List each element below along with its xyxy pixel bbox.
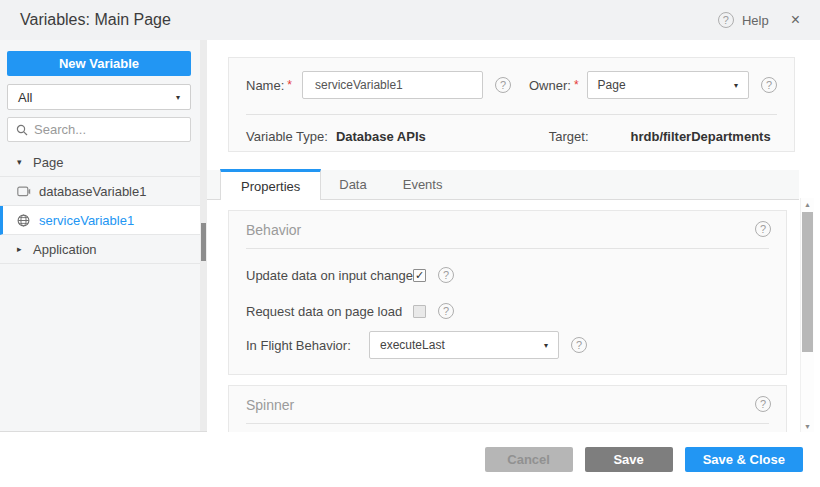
variable-filter-select[interactable]: All ▾ bbox=[7, 84, 191, 110]
scroll-down-icon[interactable]: ▼ bbox=[801, 420, 814, 432]
tree-node-label: databaseVariable1 bbox=[39, 184, 146, 199]
type-target-row: Variable Type: Database APIs Target: hrd… bbox=[246, 124, 777, 148]
owner-label: Owner: bbox=[529, 78, 571, 93]
behavior-section-title: Behavior bbox=[246, 222, 301, 238]
name-input[interactable] bbox=[302, 71, 483, 99]
name-help-icon[interactable]: ? bbox=[495, 77, 511, 93]
divider bbox=[246, 114, 777, 115]
expand-triangle-icon[interactable]: ▾ bbox=[17, 157, 33, 167]
tree-node-label: Page bbox=[33, 155, 63, 170]
spinner-section: Spinner ? bbox=[228, 385, 787, 432]
help-icon[interactable]: ? bbox=[718, 12, 734, 28]
new-variable-button[interactable]: New Variable bbox=[7, 51, 191, 76]
spinner-section-title: Spinner bbox=[246, 397, 294, 413]
divider bbox=[246, 423, 769, 424]
divider bbox=[246, 248, 769, 249]
variable-search[interactable] bbox=[7, 117, 191, 142]
request-data-checkbox[interactable] bbox=[413, 305, 426, 318]
help-link[interactable]: Help bbox=[742, 13, 769, 28]
variable-type-value: Database APIs bbox=[336, 129, 426, 144]
in-flight-behavior-select[interactable]: executeLast ▾ bbox=[369, 331, 559, 359]
sidebar-scrollbar[interactable] bbox=[200, 40, 207, 431]
owner-help-icon[interactable]: ? bbox=[761, 77, 777, 93]
behavior-help-icon[interactable]: ? bbox=[755, 221, 771, 237]
dialog-footer: Cancel Save Save & Close bbox=[0, 432, 820, 487]
required-asterisk: * bbox=[287, 78, 292, 92]
request-data-row: Request data on page load ? bbox=[246, 297, 769, 325]
tree-node-label: serviceVariable1 bbox=[39, 213, 134, 228]
dialog-title: Variables: Main Page bbox=[20, 11, 171, 29]
target-value: hrdb/filterDepartments bbox=[631, 129, 771, 144]
update-data-label: Update data on input change bbox=[246, 268, 413, 283]
tab-properties[interactable]: Properties bbox=[220, 169, 321, 200]
tree-node-database-variable[interactable]: databaseVariable1 bbox=[0, 177, 200, 206]
tree-node-label: Application bbox=[33, 242, 97, 257]
variables-sidebar: New Variable All ▾ ▾ Page bbox=[0, 40, 207, 432]
in-flight-behavior-help-icon[interactable]: ? bbox=[571, 337, 587, 353]
tab-data[interactable]: Data bbox=[321, 169, 384, 199]
name-label: Name: bbox=[246, 78, 284, 93]
tab-events[interactable]: Events bbox=[385, 169, 461, 199]
variables-dialog: Variables: Main Page ? Help × New Variab… bbox=[0, 0, 820, 487]
tree-node-page[interactable]: ▾ Page bbox=[0, 148, 200, 177]
variable-detail-panel: Name: * ? Owner: * Page ▾ ? Variable Typ… bbox=[207, 40, 820, 432]
scroll-up-icon[interactable]: ▲ bbox=[801, 198, 814, 210]
variables-tree: ▾ Page databaseVariable1 bbox=[0, 148, 200, 264]
cancel-button[interactable]: Cancel bbox=[485, 447, 573, 472]
save-and-close-button[interactable]: Save & Close bbox=[685, 447, 803, 472]
update-data-help-icon[interactable]: ? bbox=[438, 267, 454, 283]
database-variable-icon bbox=[17, 184, 33, 198]
variable-type-label: Variable Type: bbox=[246, 129, 328, 144]
sidebar-scrollbar-thumb[interactable] bbox=[201, 223, 206, 261]
header-actions: ? Help × bbox=[718, 11, 820, 29]
update-data-checkbox[interactable]: ✓ bbox=[413, 269, 426, 282]
close-icon[interactable]: × bbox=[791, 11, 800, 29]
search-icon bbox=[16, 124, 28, 136]
request-data-help-icon[interactable]: ? bbox=[438, 303, 454, 319]
name-owner-row: Name: * ? Owner: * Page ▾ ? bbox=[246, 70, 777, 100]
spinner-help-icon[interactable]: ? bbox=[755, 396, 771, 412]
in-flight-behavior-row: In Flight Behavior: executeLast ▾ ? bbox=[246, 331, 769, 359]
variable-summary-panel: Name: * ? Owner: * Page ▾ ? Variable Typ… bbox=[228, 57, 795, 152]
save-button[interactable]: Save bbox=[585, 447, 673, 472]
target-label: Target: bbox=[549, 129, 589, 144]
properties-scrollbar[interactable]: ▲ ▼ bbox=[800, 198, 814, 432]
properties-scrollbar-thumb[interactable] bbox=[802, 212, 813, 352]
collapse-triangle-icon[interactable]: ▸ bbox=[17, 244, 33, 254]
detail-tabs: Properties Data Events bbox=[207, 170, 799, 200]
chevron-down-icon: ▾ bbox=[176, 93, 180, 102]
request-data-label: Request data on page load bbox=[246, 304, 413, 319]
tree-node-application[interactable]: ▸ Application bbox=[0, 235, 200, 264]
in-flight-behavior-label: In Flight Behavior: bbox=[246, 338, 369, 353]
behavior-section: Behavior ? Update data on input change ✓… bbox=[228, 210, 787, 375]
chevron-down-icon: ▾ bbox=[544, 341, 548, 350]
tree-node-service-variable[interactable]: serviceVariable1 bbox=[0, 206, 200, 235]
required-asterisk: * bbox=[574, 78, 579, 92]
in-flight-behavior-value: executeLast bbox=[380, 338, 445, 352]
chevron-down-icon: ▾ bbox=[734, 81, 738, 90]
variable-filter-value: All bbox=[18, 90, 32, 105]
owner-select[interactable]: Page ▾ bbox=[587, 71, 749, 99]
owner-value: Page bbox=[598, 78, 626, 92]
dialog-header: Variables: Main Page ? Help × bbox=[0, 0, 820, 40]
update-data-row: Update data on input change ✓ ? bbox=[246, 261, 769, 289]
search-input[interactable] bbox=[34, 122, 164, 137]
service-variable-globe-icon bbox=[17, 213, 33, 227]
